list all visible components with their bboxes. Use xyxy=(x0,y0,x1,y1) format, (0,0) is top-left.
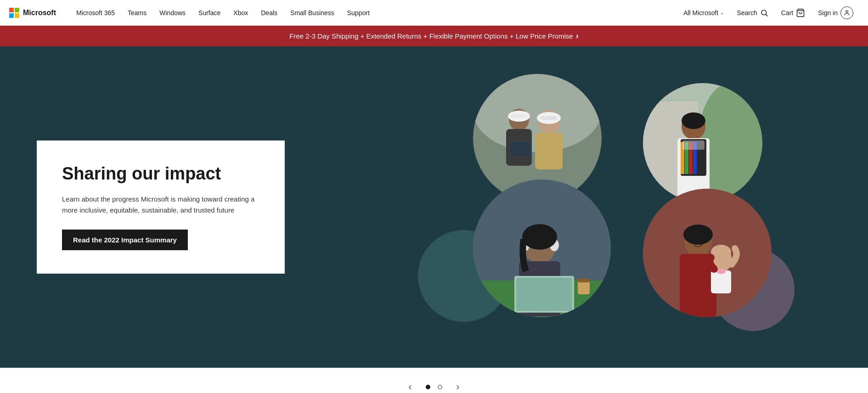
svg-point-43 xyxy=(683,225,713,245)
hero-circles xyxy=(363,46,868,368)
circle-woman-laptop xyxy=(473,180,611,317)
nav-support[interactable]: Support xyxy=(341,0,376,26)
woman-side-image xyxy=(643,83,762,202)
promo-banner[interactable]: Free 2-3 Day Shipping + Extended Returns… xyxy=(0,26,868,46)
svg-rect-9 xyxy=(511,114,527,118)
cart-label: Cart xyxy=(781,9,793,17)
promo-chevron-icon: › xyxy=(576,31,579,41)
svg-point-35 xyxy=(522,224,557,250)
signin-button[interactable]: Sign in xyxy=(812,0,859,26)
search-icon xyxy=(760,9,768,17)
woman-laptop-image xyxy=(473,180,611,317)
search-button[interactable]: Search xyxy=(731,0,773,26)
carousel-prev-button[interactable]: ‹ xyxy=(402,379,418,393)
microsoft-logo-link[interactable]: Microsoft xyxy=(9,8,56,18)
nav-links: Microsoft 365 Teams Windows Surface Xbox… xyxy=(70,0,678,26)
hero-card: Sharing our impact Learn about the progr… xyxy=(37,140,285,274)
all-microsoft-label: All Microsoft xyxy=(683,9,718,17)
microsoft-logo xyxy=(9,8,19,18)
nav-smallbusiness[interactable]: Small Business xyxy=(284,0,341,26)
svg-point-27 xyxy=(682,112,705,129)
nav-deals[interactable]: Deals xyxy=(254,0,284,26)
hero-section: Sharing our impact Learn about the progr… xyxy=(0,46,868,368)
search-label: Search xyxy=(737,9,757,17)
hero-title: Sharing our impact xyxy=(62,163,259,185)
svg-rect-38 xyxy=(578,281,590,294)
carousel-dot-1[interactable] xyxy=(426,385,430,389)
user-icon xyxy=(840,6,853,19)
circle-woman-side xyxy=(643,83,762,202)
svg-point-3 xyxy=(846,10,848,12)
svg-point-48 xyxy=(716,269,726,274)
svg-line-1 xyxy=(766,14,767,16)
carousel-dot-2[interactable] xyxy=(438,385,442,389)
nav-xbox[interactable]: Xbox xyxy=(227,0,254,26)
hero-content: Sharing our impact Learn about the progr… xyxy=(0,113,321,301)
mother-baby-image xyxy=(643,189,772,317)
hero-description: Learn about the progress Microsoft is ma… xyxy=(62,194,255,216)
all-microsoft-button[interactable]: All Microsoft ⌄ xyxy=(678,0,729,26)
nav-teams[interactable]: Teams xyxy=(121,0,153,26)
svg-rect-39 xyxy=(578,279,590,282)
signin-label: Sign in xyxy=(818,9,838,17)
nav-microsoft365[interactable]: Microsoft 365 xyxy=(70,0,121,26)
carousel-next-button[interactable]: › xyxy=(450,379,466,393)
navbar-right: All Microsoft ⌄ Search Cart Sign in xyxy=(678,0,859,26)
svg-rect-11 xyxy=(535,133,563,169)
chevron-down-icon: ⌄ xyxy=(720,10,724,15)
cta-button[interactable]: Read the 2022 Impact Summary xyxy=(62,230,188,250)
svg-rect-26 xyxy=(682,140,705,150)
cart-icon xyxy=(796,8,805,17)
promo-text: Free 2-3 Day Shipping + Extended Returns… xyxy=(289,32,573,40)
nav-surface[interactable]: Surface xyxy=(192,0,227,26)
cart-button[interactable]: Cart xyxy=(776,0,811,26)
brand-name: Microsoft xyxy=(23,9,56,17)
carousel-controls: ‹ › xyxy=(0,368,868,393)
svg-point-0 xyxy=(761,10,767,15)
navbar: Microsoft Microsoft 365 Teams Windows Su… xyxy=(0,0,868,26)
svg-rect-37 xyxy=(516,278,572,311)
nav-windows[interactable]: Windows xyxy=(153,0,192,26)
circle-mother-baby xyxy=(643,189,772,317)
svg-rect-15 xyxy=(510,141,531,156)
svg-rect-13 xyxy=(541,116,557,120)
